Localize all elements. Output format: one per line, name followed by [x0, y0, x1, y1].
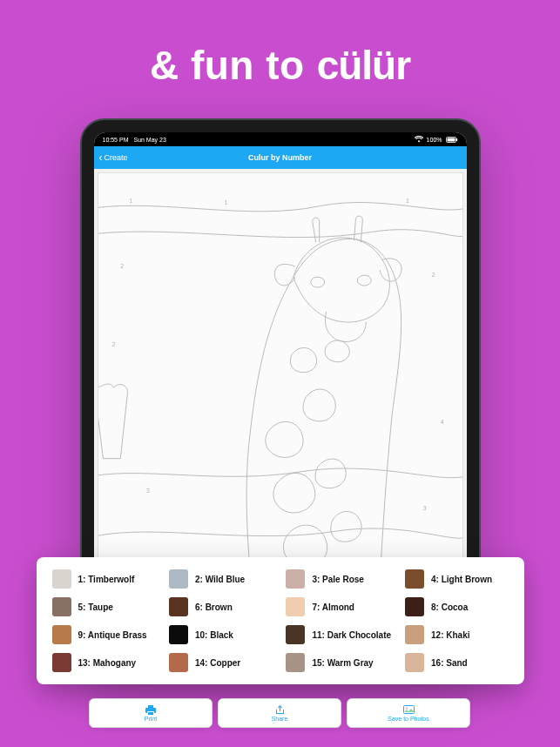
- print-button[interactable]: Print: [89, 698, 213, 728]
- svg-text:1: 1: [224, 199, 227, 205]
- svg-text:2: 2: [120, 263, 124, 269]
- color-swatch: [405, 569, 424, 589]
- swatch-item[interactable]: 5: Taupe: [52, 597, 155, 616]
- swatch-label: 1: Timberwolf: [78, 575, 135, 584]
- swatch-item[interactable]: 11: Dark Chocolate: [286, 625, 391, 644]
- swatch-item[interactable]: 3: Pale Rose: [286, 569, 391, 589]
- swatch-label: 10: Black: [195, 630, 233, 640]
- back-label: Create: [105, 153, 128, 162]
- color-swatch: [52, 625, 71, 644]
- svg-text:2: 2: [111, 341, 115, 347]
- swatch-label: 5: Taupe: [78, 602, 113, 612]
- swatch-label: 9: Antique Brass: [78, 630, 147, 640]
- share-icon: [275, 705, 285, 715]
- status-battery: 100%: [427, 137, 442, 143]
- swatch-label: 8: Cocoa: [431, 602, 468, 612]
- svg-text:4: 4: [440, 419, 443, 425]
- svg-text:3: 3: [422, 505, 426, 511]
- color-swatch: [405, 653, 424, 672]
- color-swatch: [52, 569, 71, 589]
- swatch-label: 11: Dark Chocolate: [312, 630, 391, 640]
- swatch-item[interactable]: 13: Mahogany: [52, 653, 155, 672]
- swatch-label: 13: Mahogany: [78, 658, 137, 668]
- swatch-item[interactable]: 16: Sand: [405, 653, 508, 672]
- swatch-item[interactable]: 1: Timberwolf: [52, 569, 155, 589]
- swatch-item[interactable]: 6: Brown: [169, 597, 272, 616]
- swatch-item[interactable]: 8: Cocoa: [405, 597, 508, 616]
- swatch-item[interactable]: 12: Khaki: [405, 625, 508, 644]
- svg-text:1: 1: [405, 198, 408, 204]
- status-bar: 10:55 PM Sun May 23 100%: [94, 132, 467, 146]
- svg-rect-14: [403, 706, 414, 714]
- printer-icon: [145, 705, 156, 715]
- swatch-label: 12: Khaki: [431, 630, 469, 640]
- svg-text:2: 2: [431, 272, 435, 278]
- color-swatch: [52, 653, 71, 672]
- svg-text:1: 1: [129, 198, 132, 204]
- swatch-label: 4: Light Brown: [431, 575, 492, 584]
- color-swatch: [52, 597, 71, 616]
- share-button[interactable]: Share: [218, 698, 341, 728]
- color-swatch: [405, 597, 424, 616]
- action-bar: Print Share Save to Photos: [89, 698, 470, 728]
- wifi-icon: [415, 136, 423, 143]
- color-swatch: [169, 597, 188, 616]
- swatch-label: 15: Warm Gray: [312, 658, 373, 668]
- swatch-item[interactable]: 4: Light Brown: [405, 569, 508, 589]
- color-swatch: [169, 653, 188, 672]
- hero-title: & fun to cülür: [150, 42, 410, 89]
- swatch-label: 6: Brown: [195, 602, 233, 612]
- color-swatch: [169, 625, 188, 644]
- svg-rect-1: [447, 138, 455, 141]
- svg-point-3: [310, 277, 324, 287]
- swatch-label: 3: Pale Rose: [312, 575, 363, 584]
- color-swatch: [286, 653, 305, 672]
- swatch-item[interactable]: 2: Wild Blue: [169, 569, 272, 589]
- swatch-item[interactable]: 9: Antique Brass: [52, 625, 155, 644]
- swatch-label: 2: Wild Blue: [195, 575, 245, 584]
- swatch-item[interactable]: 14: Copper: [169, 653, 272, 672]
- hero-prefix: & fun to: [150, 42, 305, 89]
- svg-rect-2: [456, 138, 457, 141]
- svg-point-4: [357, 275, 371, 286]
- nav-bar: ‹ Create Culur by Number: [94, 146, 467, 169]
- svg-text:3: 3: [146, 488, 150, 494]
- print-label: Print: [145, 716, 157, 722]
- color-swatch: [405, 625, 424, 644]
- status-time: 10:55 PM: [103, 137, 129, 143]
- svg-point-15: [406, 708, 408, 710]
- swatch-label: 7: Almond: [312, 602, 354, 612]
- hero-brand: cülür: [317, 42, 410, 89]
- color-swatch: [169, 569, 188, 589]
- photos-icon: [403, 705, 415, 715]
- color-swatch: [286, 625, 305, 644]
- color-palette: 1: Timberwolf2: Wild Blue3: Pale Rose4: …: [37, 557, 524, 684]
- save-label: Save to Photos: [388, 716, 428, 722]
- battery-icon: [446, 137, 458, 143]
- swatch-item[interactable]: 10: Black: [169, 625, 272, 644]
- back-button[interactable]: ‹ Create: [94, 152, 128, 163]
- save-button[interactable]: Save to Photos: [347, 698, 470, 728]
- swatch-item[interactable]: 7: Almond: [286, 597, 391, 616]
- chevron-left-icon: ‹: [99, 152, 103, 163]
- swatch-item[interactable]: 15: Warm Gray: [286, 653, 391, 672]
- color-swatch: [286, 597, 305, 616]
- status-date: Sun May 23: [133, 137, 165, 143]
- page-title: Culur by Number: [248, 153, 312, 162]
- color-swatch: [286, 569, 305, 589]
- swatch-label: 16: Sand: [431, 658, 468, 668]
- share-label: Share: [272, 716, 288, 722]
- swatch-label: 14: Copper: [195, 658, 240, 668]
